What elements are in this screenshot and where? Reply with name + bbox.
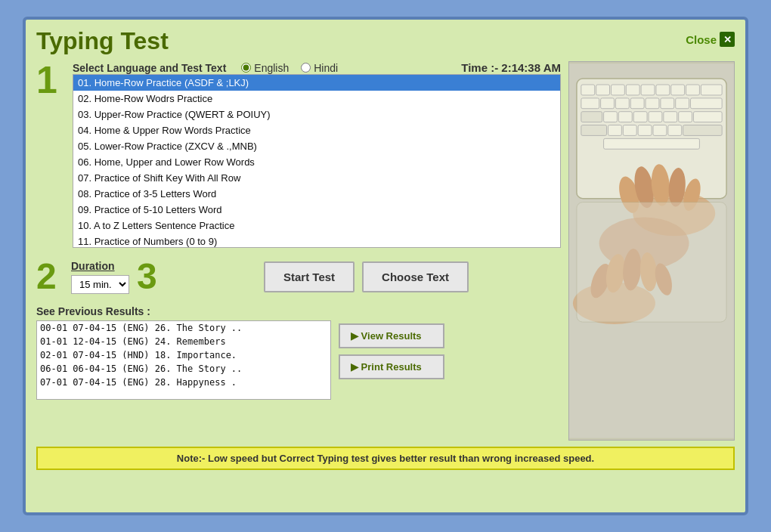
results-row: 00-01 07-04-15 (ENG) 26. The Story ..01-… — [36, 320, 561, 400]
result-list-item[interactable]: 06-01 06-04-15 (ENG) 26. The Story .. — [37, 362, 330, 376]
svg-rect-28 — [608, 125, 622, 136]
svg-rect-20 — [604, 112, 618, 122]
svg-rect-26 — [693, 112, 722, 122]
duration-label: Duration — [71, 260, 129, 272]
close-label: Close — [686, 33, 717, 46]
svg-rect-24 — [664, 112, 677, 122]
language-radio-group: English Hindi — [241, 62, 338, 74]
duration-dropdown[interactable]: 1 min.5 min.10 min.15 min.20 min.30 min. — [71, 275, 129, 294]
list-item[interactable]: 07. Practice of Shift Key With All Row — [73, 170, 560, 186]
keyboard-image — [568, 61, 735, 441]
content-area: 1 Select Language and Test Text English — [36, 61, 735, 441]
note-bar: Note:- Low speed but Correct Typing test… — [36, 447, 735, 470]
left-panel: 1 Select Language and Test Text English — [36, 61, 561, 441]
title-bar: Typing Test Close ✕ — [36, 27, 735, 55]
svg-rect-7 — [656, 85, 670, 95]
list-item[interactable]: 03. Upper-Row Practice (QWERT & POIUY) — [73, 107, 560, 122]
list-item[interactable]: 09. Practice of 5-10 Letters Word — [73, 202, 560, 218]
result-list-item[interactable]: 01-01 12-04-15 (ENG) 24. Remembers — [37, 335, 330, 348]
svg-rect-23 — [649, 112, 662, 122]
svg-rect-18 — [691, 98, 723, 109]
list-item[interactable]: 08. Practice of 3-5 Letters Word — [73, 186, 560, 202]
svg-rect-12 — [601, 98, 615, 109]
svg-rect-15 — [646, 98, 659, 109]
svg-rect-33 — [683, 125, 723, 136]
svg-rect-19 — [581, 112, 602, 122]
svg-rect-10 — [701, 85, 722, 95]
svg-rect-30 — [638, 125, 652, 136]
svg-rect-29 — [623, 125, 636, 136]
previous-results: See Previous Results : 00-01 07-04-15 (E… — [36, 305, 561, 400]
svg-rect-25 — [679, 112, 692, 122]
list-item[interactable]: 10. A to Z Letters Sentence Practice — [73, 218, 560, 234]
list-item[interactable]: 02. Home-Row Wodrs Practice — [73, 91, 560, 107]
svg-rect-27 — [581, 125, 607, 136]
svg-rect-3 — [596, 85, 610, 95]
start-test-button[interactable]: Start Test — [264, 261, 355, 292]
result-list-item[interactable]: 02-01 07-04-15 (HND) 18. Importance. — [37, 348, 330, 362]
view-results-button[interactable]: ▶ View Results — [339, 323, 444, 348]
time-display: Time :- 2:14:38 AM — [461, 61, 561, 74]
section1-header: Select Language and Test Text English Hi… — [73, 61, 561, 74]
prev-results-label: See Previous Results : — [36, 305, 561, 317]
lang-and-time: Select Language and Test Text English Hi… — [73, 61, 561, 74]
svg-rect-4 — [611, 85, 624, 95]
svg-rect-48 — [577, 203, 726, 323]
svg-rect-21 — [618, 112, 632, 122]
step2-number: 2 — [36, 258, 63, 295]
result-list-item[interactable]: 00-01 07-04-15 (ENG) 26. The Story .. — [37, 321, 330, 335]
svg-rect-16 — [661, 98, 674, 109]
list-item[interactable]: 04. Home & Upper Row Words Practice — [73, 122, 560, 138]
close-button[interactable]: Close ✕ — [686, 32, 735, 47]
svg-rect-11 — [581, 98, 599, 109]
hindi-label: Hindi — [314, 62, 338, 74]
svg-rect-6 — [641, 85, 655, 95]
english-radio[interactable] — [241, 63, 251, 73]
result-list-item[interactable]: 07-01 07-04-15 (ENG) 28. Happyness . — [37, 376, 330, 389]
step3-number: 3 — [137, 258, 164, 295]
choose-text-button[interactable]: Choose Text — [362, 261, 469, 292]
svg-rect-5 — [626, 85, 639, 95]
svg-rect-31 — [653, 125, 667, 136]
svg-rect-9 — [686, 85, 700, 95]
action-buttons: Start Test Choose Text — [172, 261, 561, 292]
svg-rect-34 — [604, 138, 700, 149]
result-action-buttons: ▶ View Results ▶ Print Results — [339, 323, 444, 379]
english-radio-label[interactable]: English — [241, 62, 289, 74]
app-title: Typing Test — [36, 27, 169, 55]
hindi-radio-label[interactable]: Hindi — [301, 62, 338, 74]
right-panel — [568, 61, 735, 441]
duration-select-group: 1 min.5 min.10 min.15 min.20 min.30 min. — [71, 275, 129, 294]
svg-rect-2 — [581, 85, 595, 95]
results-list[interactable]: 00-01 07-04-15 (ENG) 26. The Story ..01-… — [36, 320, 331, 400]
text-list[interactable]: 01. Home-Row Practice (ASDF & ;LKJ)02. H… — [73, 74, 561, 248]
section23: 2 Duration 1 min.5 min.10 min.15 min.20 … — [36, 258, 561, 295]
svg-rect-13 — [615, 98, 629, 109]
close-x-icon[interactable]: ✕ — [720, 32, 735, 47]
keyboard-svg — [569, 62, 734, 440]
step1-number: 1 — [36, 61, 67, 248]
section1-content: Select Language and Test Text English Hi… — [73, 61, 561, 248]
list-item[interactable]: 05. Lower-Row Practice (ZXCV & .,MNB) — [73, 138, 560, 154]
svg-rect-8 — [671, 85, 685, 95]
svg-rect-14 — [630, 98, 644, 109]
svg-rect-32 — [668, 125, 682, 136]
hindi-radio[interactable] — [301, 63, 311, 73]
list-item[interactable]: 11. Practice of Numbers (0 to 9) — [73, 234, 560, 248]
section2: Duration 1 min.5 min.10 min.15 min.20 mi… — [71, 260, 129, 294]
list-item[interactable]: 01. Home-Row Practice (ASDF & ;LKJ) — [73, 75, 560, 91]
english-label: English — [254, 62, 289, 74]
svg-rect-17 — [676, 98, 689, 109]
print-results-button[interactable]: ▶ Print Results — [339, 354, 444, 379]
lang-label: Select Language and Test Text — [73, 62, 226, 74]
main-window: Typing Test Close ✕ 1 Select Language an… — [23, 17, 748, 515]
list-item[interactable]: 06. Home, Upper and Lower Row Words — [73, 154, 560, 170]
svg-rect-22 — [633, 112, 647, 122]
section1: 1 Select Language and Test Text English — [36, 61, 561, 248]
